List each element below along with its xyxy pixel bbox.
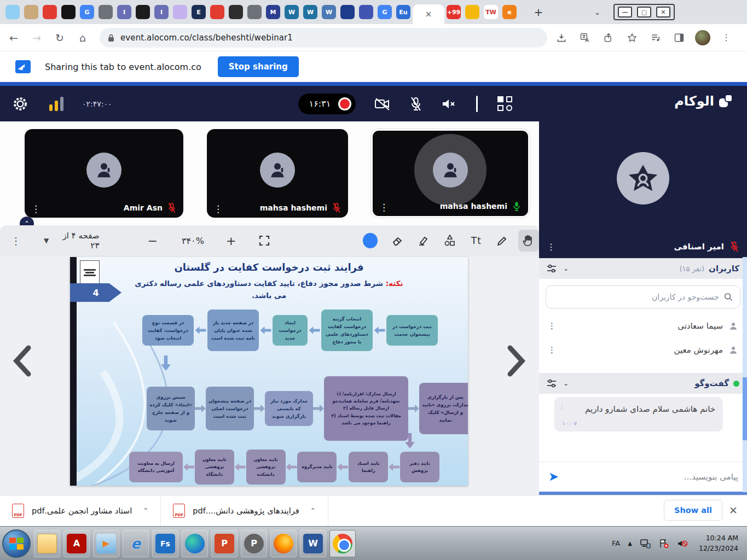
host-menu-icon[interactable]: ⋮: [547, 242, 555, 252]
new-tab-button[interactable]: +: [531, 4, 546, 20]
presentation-menu-icon[interactable]: ⋮: [11, 235, 21, 247]
page-select-chevron-icon[interactable]: ▼: [44, 237, 49, 244]
globe-tab-2[interactable]: [247, 5, 262, 19]
browser-menu-icon[interactable]: ⋮: [717, 28, 736, 47]
explorer-taskbar-icon[interactable]: [34, 530, 60, 557]
language-indicator[interactable]: FA: [612, 539, 620, 547]
highlighter-tool[interactable]: [414, 230, 435, 252]
page-indicator[interactable]: صفحه ۴ از ۲۳: [54, 231, 99, 250]
internet-explorer-taskbar-icon[interactable]: e: [123, 530, 149, 557]
translate-tab[interactable]: G: [80, 5, 94, 19]
tile-menu-icon[interactable]: ⋮: [213, 203, 223, 214]
book-tab[interactable]: [340, 5, 355, 19]
chat-section-header[interactable]: گفت‌وگو ⌄: [539, 373, 747, 394]
users-collapse-chevron-icon[interactable]: ⌄: [563, 265, 569, 272]
reload-icon[interactable]: ↻: [50, 28, 69, 47]
tile-menu-icon[interactable]: ⋮: [31, 203, 40, 214]
red-bird-tab-2[interactable]: [210, 5, 224, 19]
swirl-tab[interactable]: [229, 5, 243, 19]
mic-off-icon[interactable]: [409, 96, 422, 112]
firefox-taskbar-icon[interactable]: [270, 530, 297, 557]
users-filter-icon[interactable]: [547, 264, 557, 273]
card-tab[interactable]: [173, 5, 187, 19]
camera-off-icon[interactable]: [374, 97, 391, 111]
plus99-tab[interactable]: +99: [447, 5, 461, 19]
hand-tool[interactable]: [518, 230, 539, 252]
user-search[interactable]: [546, 285, 740, 308]
settings-gear-icon[interactable]: [12, 96, 28, 112]
download-chip[interactable]: PDFاستاد مشاور انجمن علمی.pdf⌃: [0, 495, 161, 526]
wordpress-tab[interactable]: W: [285, 5, 299, 19]
chat-filter-icon[interactable]: [547, 379, 557, 388]
tab-search-chevron-icon[interactable]: ⌄: [594, 8, 600, 16]
camera-tab[interactable]: [61, 5, 76, 19]
host-mic-muted-icon[interactable]: [729, 241, 739, 253]
bookmark-star-icon[interactable]: [623, 28, 641, 47]
psiphon-taskbar-icon[interactable]: P: [241, 530, 267, 557]
zoom-out-button[interactable]: −: [147, 234, 157, 248]
message-menu-icon[interactable]: ⋮: [559, 402, 565, 410]
media-player-taskbar-icon[interactable]: ▶: [93, 530, 119, 557]
forward-icon[interactable]: →: [27, 28, 46, 47]
user-search-input[interactable]: [553, 293, 719, 301]
send-icon[interactable]: [548, 471, 560, 483]
volume-muted-icon[interactable]: [677, 539, 688, 549]
download-chip[interactable]: PDFفرایندهای پژوهشی دانش....pdf⌃: [161, 495, 328, 526]
faststone-taskbar-icon[interactable]: Fs: [152, 530, 178, 557]
wordpress-tab-2[interactable]: W: [303, 5, 317, 19]
user-menu-icon[interactable]: ⋮: [548, 345, 556, 355]
layout-grid-icon[interactable]: [497, 96, 512, 111]
word-taskbar-icon[interactable]: W: [300, 530, 326, 557]
chrome-taskbar-icon[interactable]: [329, 530, 356, 557]
grid-tab[interactable]: [359, 5, 373, 19]
cloud-tab[interactable]: [5, 5, 20, 19]
fullscreen-icon[interactable]: [258, 234, 271, 247]
message-input[interactable]: [566, 472, 738, 482]
fork-tab[interactable]: [136, 5, 150, 19]
instapaper-tab[interactable]: I: [117, 5, 131, 19]
back-icon[interactable]: ←: [4, 28, 23, 47]
maximize-button[interactable]: ▢: [637, 7, 651, 18]
red-bird-tab[interactable]: [43, 5, 57, 19]
side-panel-icon[interactable]: [670, 28, 688, 47]
pen-color-swatch[interactable]: [363, 233, 378, 248]
user-row[interactable]: مهرنوش معین⋮: [539, 338, 747, 362]
swap-tab[interactable]: [465, 5, 479, 19]
download-chevron-icon[interactable]: ⌃: [310, 507, 316, 515]
download-chevron-icon[interactable]: ⌃: [143, 507, 148, 515]
active-tab[interactable]: ×: [413, 4, 444, 24]
instapaper-tab-2[interactable]: I: [154, 5, 169, 19]
chat-collapse-chevron-icon[interactable]: ⌄: [563, 380, 569, 387]
participant-tile[interactable]: ⋮ Amir Asn: [25, 129, 183, 218]
translate-tab-2[interactable]: G: [378, 5, 392, 19]
connection-quality-icon[interactable]: [49, 97, 63, 111]
user-row[interactable]: سیما سعادتی⋮: [539, 314, 747, 338]
next-page-button[interactable]: [503, 345, 528, 377]
tile-menu-icon[interactable]: ⋮: [379, 202, 389, 213]
globe-tab[interactable]: [99, 5, 113, 19]
address-bar[interactable]: event.alocom.co/class/beheshti/webinar1: [100, 28, 547, 48]
start-button[interactable]: [2, 529, 31, 558]
acrobat-taskbar-icon[interactable]: A: [63, 530, 90, 557]
download-icon[interactable]: [552, 28, 571, 47]
stop-sharing-button[interactable]: Stop sharing: [218, 56, 299, 77]
tw-tab[interactable]: TW: [484, 5, 498, 19]
zoom-in-button[interactable]: +: [226, 234, 236, 248]
wordpress-tab-3[interactable]: W: [322, 5, 336, 19]
participant-tile-speaking[interactable]: ⋮ mahsa hashemi: [371, 129, 530, 218]
shapes-tool[interactable]: [440, 230, 461, 252]
message-composer[interactable]: [539, 462, 747, 492]
elte-tab[interactable]: E: [192, 5, 206, 19]
eraser-tool[interactable]: [387, 230, 408, 252]
pen-tool[interactable]: [492, 230, 513, 252]
action-center-flag-icon[interactable]: [658, 539, 669, 549]
tray-expand-icon[interactable]: ▲: [628, 540, 632, 546]
speaker-muted-icon[interactable]: [441, 97, 456, 111]
text-tool[interactable]: Tt: [466, 230, 487, 252]
downloads-close-icon[interactable]: ✕: [729, 504, 738, 516]
minimize-button[interactable]: —: [618, 7, 632, 18]
recording-indicator[interactable]: ۱۶:۳۱: [298, 94, 356, 114]
show-all-downloads-button[interactable]: Show all: [664, 500, 722, 521]
share-icon[interactable]: [599, 28, 618, 47]
translate-icon[interactable]: [576, 28, 594, 47]
